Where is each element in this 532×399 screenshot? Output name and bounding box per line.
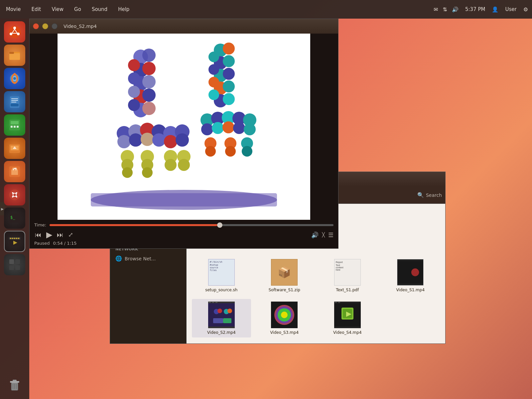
play-pause-btn[interactable]: ▶	[46, 230, 53, 239]
svg-point-59	[128, 86, 140, 98]
svg-rect-16	[11, 121, 19, 124]
svg-point-105	[233, 122, 245, 134]
window-min-btn[interactable]	[42, 23, 48, 29]
svg-rect-114	[91, 193, 277, 206]
svg-point-121	[217, 309, 222, 313]
skip-forward-btn[interactable]: ⏭	[56, 231, 64, 239]
svg-point-104	[222, 121, 234, 133]
svg-point-71	[164, 135, 177, 148]
user-icon[interactable]: 👤	[492, 6, 498, 13]
svg-point-92	[223, 93, 235, 105]
svg-point-112	[242, 146, 252, 157]
video-s3-icon	[271, 302, 298, 328]
video-s4-name: Video_S4.mp4	[333, 330, 362, 335]
launcher-terminal[interactable]: $_	[4, 207, 25, 229]
fullscreen-btn[interactable]: ⤢	[67, 231, 74, 238]
svg-point-88	[223, 68, 235, 80]
svg-point-54	[142, 88, 156, 102]
volume-btn[interactable]: 🔊	[311, 231, 319, 238]
playlist-btn[interactable]: ☰	[328, 231, 333, 238]
svg-rect-124	[213, 318, 223, 323]
menu-movie[interactable]: Movie	[4, 5, 23, 14]
volume-icon[interactable]: 🔊	[452, 6, 459, 13]
video-s3-name: Video_S3.mp4	[270, 330, 299, 335]
svg-point-58	[128, 72, 140, 84]
svg-rect-139	[338, 302, 340, 303]
time-row: Time:	[34, 222, 333, 227]
setup-source-name: setup_source.sh	[205, 288, 237, 292]
svg-rect-33	[16, 238, 17, 239]
svg-text:$_: $_	[10, 215, 15, 220]
svg-rect-129	[212, 302, 214, 303]
search-label[interactable]: Search	[426, 193, 442, 198]
svg-rect-38	[9, 265, 14, 270]
movie-window: Video_S2.mp4	[29, 19, 338, 249]
svg-rect-138	[335, 302, 337, 303]
launcher-tools[interactable]	[4, 184, 25, 205]
movie-video-area	[58, 34, 310, 220]
svg-point-102	[201, 123, 213, 135]
launcher-trash[interactable]	[4, 374, 25, 395]
launcher-impress[interactable]	[4, 138, 25, 159]
skip-back-btn[interactable]: ⏮	[34, 231, 42, 239]
file-software-s1-zip[interactable]: 📦 Software_S1.zip	[255, 256, 314, 295]
file-video-s1[interactable]: Video_S1.mp4	[381, 256, 440, 295]
svg-rect-117	[397, 284, 423, 285]
svg-point-69	[141, 133, 154, 146]
clock: 5:37 PM	[463, 5, 487, 14]
launcher-firefox[interactable]	[4, 68, 25, 89]
file-text-s1-pdf[interactable]: Report Text content here Text_S1.pdf	[318, 256, 377, 295]
svg-point-134	[281, 312, 288, 318]
svg-point-57	[128, 59, 140, 71]
svg-point-25	[13, 193, 16, 197]
text-pdf-name: Text_S1.pdf	[336, 288, 359, 292]
sidebar-item-browse-net[interactable]: 🌐 Browse Net...	[110, 253, 186, 264]
network-browse-icon: 🌐	[115, 255, 122, 262]
movie-window-title: Video_S2.mp4	[64, 24, 97, 29]
svg-rect-119	[208, 302, 235, 328]
file-setup-source-sh[interactable]: #!/bin/sh #setup source files setup_sour…	[192, 256, 251, 295]
svg-rect-128	[209, 302, 211, 303]
network-icon[interactable]: ⇅	[443, 6, 447, 13]
svg-rect-11	[11, 98, 18, 99]
controls-row: ⏮ ▶ ⏭ ⤢ 🔊 ╳ ☰	[34, 230, 333, 239]
menu-sound[interactable]: Sound	[90, 5, 109, 14]
sidebar-browsenet-label: Browse Net...	[125, 256, 156, 261]
svg-point-68	[129, 133, 142, 147]
svg-rect-37	[15, 259, 20, 264]
launcher-desktop-switch[interactable]	[4, 254, 25, 275]
svg-point-82	[178, 159, 190, 171]
menu-view[interactable]: View	[50, 5, 66, 14]
video-s2-name: Video_S2.mp4	[207, 330, 236, 335]
launcher-shopping[interactable]	[4, 161, 25, 182]
svg-point-118	[411, 268, 419, 276]
svg-rect-6	[9, 52, 14, 54]
mail-icon[interactable]: ✉	[434, 6, 438, 13]
launcher-movie[interactable]	[4, 231, 25, 252]
settings-icon[interactable]: ⚙	[523, 6, 528, 13]
svg-point-108	[205, 146, 216, 157]
menu-edit[interactable]: Edit	[29, 5, 43, 14]
file-video-s3[interactable]: Video_S3.mp4	[255, 299, 314, 337]
launcher-calc[interactable]	[4, 114, 25, 136]
launcher-ubuntu[interactable]	[4, 21, 25, 43]
file-video-s2[interactable]: Video_S2.mp4	[192, 299, 251, 337]
svg-rect-36	[9, 259, 14, 264]
search-icon: 🔍	[417, 192, 424, 198]
window-close-btn[interactable]	[33, 23, 39, 29]
window-max-btn[interactable]	[52, 23, 58, 29]
menu-help[interactable]: Help	[116, 5, 131, 14]
video-s4-icon	[334, 302, 361, 328]
launcher-files[interactable]	[4, 45, 25, 66]
time-slider[interactable]	[50, 224, 333, 226]
menu-go[interactable]: Go	[72, 5, 83, 14]
menubar: Movie Edit View Go Sound Help ✉ ⇅ 🔊 5:37…	[0, 0, 532, 19]
svg-point-80	[165, 159, 177, 171]
mute-btn[interactable]: ╳	[322, 232, 325, 237]
launcher-writer[interactable]	[4, 91, 25, 112]
svg-point-110	[225, 146, 236, 157]
svg-rect-18	[14, 126, 16, 128]
file-video-s4[interactable]: Video_S4.mp4	[318, 299, 377, 337]
software-zip-name: Software_S1.zip	[269, 288, 300, 292]
svg-point-9	[13, 77, 16, 80]
